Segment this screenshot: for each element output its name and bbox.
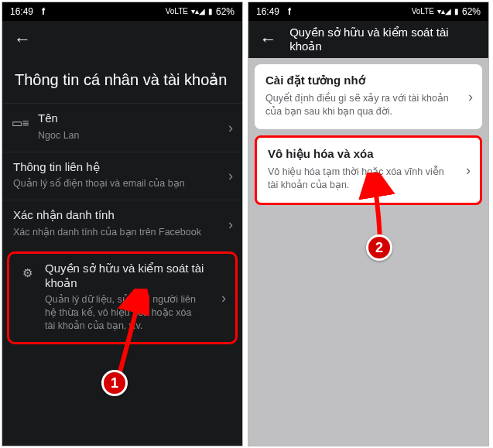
contact-info-row[interactable]: Thông tin liên hệ Quản lý số điện thoại …: [2, 152, 242, 200]
page-header: ←: [2, 21, 242, 58]
back-arrow-icon[interactable]: ←: [259, 29, 277, 50]
row-title: Thông tin liên hệ: [13, 160, 211, 175]
facebook-icon: f: [38, 6, 49, 17]
row-sub: Quản lý số điện thoại và email của bạn: [13, 177, 211, 190]
volte-icon: VoLTE: [412, 8, 434, 15]
status-right: VoLTE ▾▴◢ ▮ 62%: [166, 6, 235, 17]
deactivate-delete-card[interactable]: Vô hiệu hóa và xóa Vô hiệu hóa tạm thời …: [255, 135, 482, 205]
row-sub: Quyết định điều gì sẽ xảy ra với tài kho…: [265, 92, 451, 118]
identity-row[interactable]: Xác nhận danh tính Xác nhận danh tính củ…: [2, 200, 242, 248]
status-time: 16:49: [256, 6, 279, 17]
chevron-right-icon: ›: [228, 119, 233, 135]
signal-icon: ▾▴◢: [437, 8, 451, 15]
phone-screen-right: 16:49 f VoLTE ▾▴◢ ▮ 62% ← Quyền sở hữu v…: [248, 2, 489, 446]
chevron-right-icon: ›: [228, 168, 233, 184]
ownership-control-row[interactable]: ⚙ Quyền sở hữu và kiểm soát tài khoản Qu…: [7, 251, 238, 344]
row-title: Xác nhận danh tính: [13, 208, 211, 223]
page-header: ← Quyền sở hữu và kiểm soát tài khoản: [248, 21, 488, 58]
back-arrow-icon[interactable]: ←: [13, 29, 32, 50]
row-sub: Ngoc Lan: [38, 129, 211, 142]
chevron-right-icon: ›: [228, 217, 233, 233]
annotation-badge-2: 2: [366, 234, 392, 261]
memorialization-card[interactable]: Cài đặt tưởng nhớ Quyết định điều gì sẽ …: [255, 64, 482, 129]
signal-icon: ▾▴◢: [191, 8, 205, 15]
phone-screen-left: 16:49 f VoLTE ▾▴◢ ▮ 62% ← Thông tin cá n…: [2, 2, 243, 446]
row-sub: Quản lý dữ liệu, sửa đổi người liên hệ t…: [45, 293, 204, 333]
chevron-right-icon: ›: [468, 88, 473, 104]
page-title: Quyền sở hữu và kiểm soát tài khoản: [289, 26, 478, 53]
status-left: 16:49 f: [256, 6, 295, 17]
battery-icon: ▮: [454, 8, 459, 15]
row-title: Cài đặt tưởng nhớ: [265, 74, 451, 87]
status-bar: 16:49 f VoLTE ▾▴◢ ▮ 62%: [2, 2, 242, 21]
chevron-right-icon: ›: [466, 162, 471, 178]
status-time: 16:49: [10, 6, 33, 17]
row-sub: Vô hiệu hóa tạm thời hoặc xóa vĩnh viễn …: [268, 166, 449, 192]
chevron-right-icon: ›: [221, 289, 226, 306]
settings-sliders-icon: ⚙: [19, 265, 36, 282]
name-row[interactable]: ▭≡ Tên Ngoc Lan ›: [2, 103, 242, 152]
row-title: Quyền sở hữu và kiểm soát tài khoản: [45, 262, 204, 291]
status-bar: 16:49 f VoLTE ▾▴◢ ▮ 62%: [248, 2, 488, 21]
row-title: Tên: [38, 111, 211, 126]
battery-icon: ▮: [208, 8, 213, 15]
row-sub: Xác nhận danh tính của bạn trên Facebook: [13, 226, 211, 239]
status-left: 16:49 f: [10, 6, 49, 17]
row-title: Vô hiệu hóa và xóa: [268, 147, 449, 161]
battery-percent: 62%: [216, 6, 235, 17]
facebook-icon: f: [284, 6, 295, 17]
page-title: Thông tin cá nhân và tài khoản: [2, 58, 242, 103]
battery-percent: 62%: [462, 6, 481, 17]
status-right: VoLTE ▾▴◢ ▮ 62%: [412, 6, 481, 17]
annotation-badge-1: 1: [101, 370, 128, 396]
volte-icon: VoLTE: [166, 8, 188, 15]
id-card-icon: ▭≡: [12, 115, 29, 132]
